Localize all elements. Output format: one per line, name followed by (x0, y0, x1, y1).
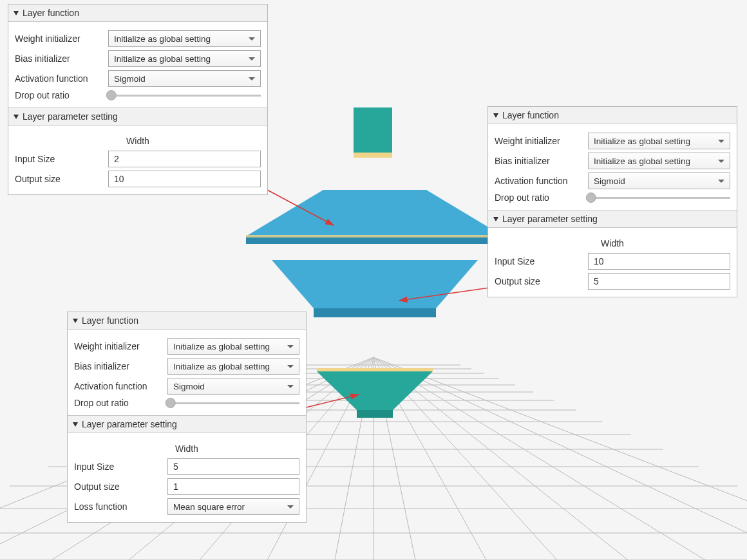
width-column-header: Width (15, 131, 261, 147)
select-weight-init[interactable]: Initialize as global setting (108, 30, 261, 47)
input-output-size[interactable]: 10 (108, 171, 261, 187)
panel-layer-3: Layer function Weight initializer Initia… (67, 312, 307, 523)
svg-line-44 (301, 395, 359, 409)
section-layer-param-header[interactable]: Layer parameter setting (8, 107, 267, 126)
label-activation: Activation function (15, 73, 102, 84)
section-layer-function-header[interactable]: Layer function (68, 312, 306, 330)
section-title: Layer parameter setting (82, 419, 177, 429)
chevron-down-icon (287, 385, 294, 388)
label-output-size: Output size (74, 481, 161, 492)
section-layer-function-header[interactable]: Layer function (8, 5, 267, 22)
select-bias-init[interactable]: Initialize as global setting (167, 358, 299, 375)
chevron-down-icon (249, 37, 255, 41)
slider-dropout[interactable] (167, 402, 299, 404)
section-layer-function-header[interactable]: Layer function (488, 107, 737, 124)
arrow-panel2 (393, 286, 496, 312)
disclosure-icon (493, 217, 498, 221)
svg-rect-33 (354, 153, 392, 158)
select-activation[interactable]: Sigmoid (588, 173, 730, 189)
width-column-header: Width (495, 233, 730, 250)
arrow-panel1 (264, 187, 348, 238)
label-output-size: Output size (15, 174, 102, 184)
label-activation: Activation function (74, 381, 161, 391)
label-bias-init: Bias initializer (495, 156, 582, 166)
panel-layer-2: Layer function Weight initializer Initia… (487, 106, 737, 297)
chevron-down-icon (718, 180, 724, 183)
select-bias-init[interactable]: Initialize as global setting (108, 50, 261, 67)
section-title: Layer function (502, 110, 559, 120)
svg-rect-32 (354, 107, 392, 153)
disclosure-icon (493, 113, 498, 118)
label-dropout: Drop out ratio (495, 192, 582, 203)
select-activation[interactable]: Sigmoid (108, 70, 261, 87)
svg-line-42 (267, 190, 334, 225)
chevron-down-icon (249, 57, 255, 61)
svg-rect-39 (317, 368, 433, 371)
input-output-size[interactable]: 1 (167, 478, 299, 495)
disclosure-icon (14, 11, 19, 15)
layer-input-block (348, 107, 400, 164)
label-weight-init: Weight initializer (74, 341, 161, 351)
section-title: Layer parameter setting (502, 214, 598, 224)
label-dropout: Drop out ratio (74, 398, 161, 408)
svg-line-43 (399, 288, 489, 301)
section-title: Layer function (82, 315, 138, 326)
label-weight-init: Weight initializer (495, 136, 582, 146)
slider-dropout[interactable] (108, 95, 261, 97)
select-bias-init[interactable]: Initialize as global setting (588, 153, 730, 169)
chevron-down-icon (287, 345, 294, 348)
chevron-down-icon (287, 505, 294, 509)
label-input-size: Input Size (15, 154, 102, 164)
input-input-size[interactable]: 2 (108, 151, 261, 167)
width-column-header: Width (74, 438, 299, 455)
select-activation[interactable]: Sigmoid (167, 378, 299, 395)
section-layer-param-header[interactable]: Layer parameter setting (68, 415, 306, 433)
select-weight-init[interactable]: Initialize as global setting (588, 133, 730, 149)
label-loss-fn: Loss function (74, 501, 161, 512)
section-title: Layer parameter setting (23, 111, 118, 122)
slider-dropout[interactable] (588, 197, 730, 199)
select-loss-fn[interactable]: Mean square error (167, 498, 299, 515)
arrow-panel3 (298, 389, 368, 415)
select-weight-init[interactable]: Initialize as global setting (167, 338, 299, 355)
label-weight-init: Weight initializer (15, 33, 102, 44)
section-title: Layer function (23, 8, 79, 18)
disclosure-icon (73, 422, 78, 427)
chevron-down-icon (718, 160, 724, 163)
input-input-size[interactable]: 5 (167, 458, 299, 475)
input-input-size[interactable]: 10 (588, 253, 730, 270)
chevron-down-icon (249, 77, 255, 80)
chevron-down-icon (718, 140, 724, 143)
chevron-down-icon (287, 365, 294, 368)
label-input-size: Input Size (74, 462, 161, 472)
disclosure-icon (73, 319, 78, 323)
label-dropout: Drop out ratio (15, 90, 102, 100)
label-activation: Activation function (495, 176, 582, 186)
disclosure-icon (14, 115, 19, 119)
section-layer-param-header[interactable]: Layer parameter setting (488, 210, 737, 228)
label-bias-init: Bias initializer (15, 53, 102, 64)
label-output-size: Output size (495, 276, 582, 286)
label-input-size: Input Size (495, 256, 582, 266)
label-bias-init: Bias initializer (74, 361, 161, 371)
input-output-size[interactable]: 5 (588, 273, 730, 290)
panel-layer-1: Layer function Weight initializer Initia… (8, 4, 268, 195)
